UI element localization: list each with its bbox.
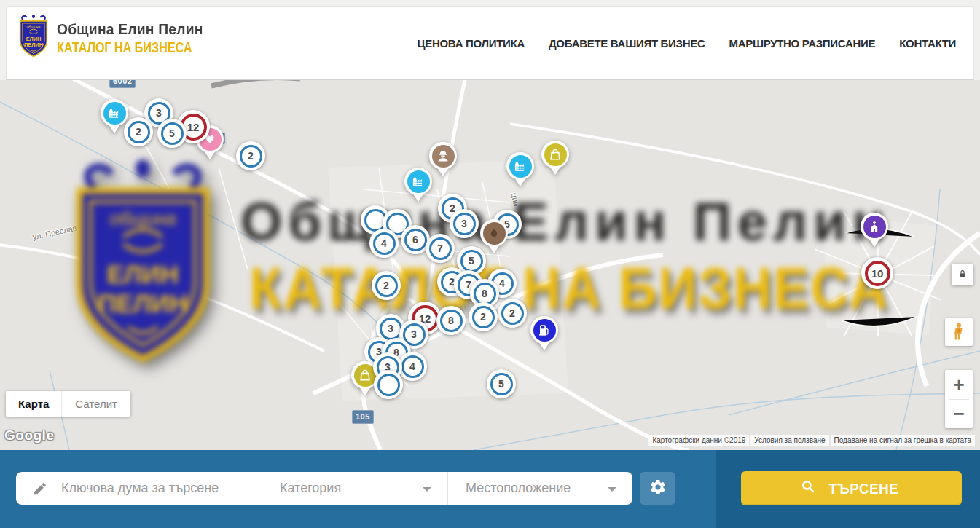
header: община ЕЛИН ПЕЛИН Община Елин Пелин КАТА…	[0, 0, 980, 80]
svg-text:ПЕЛИН: ПЕЛИН	[24, 42, 43, 48]
road-number-badge: 6002	[109, 80, 136, 88]
zoom-in-button[interactable]: +	[945, 370, 973, 399]
report-map-error-link[interactable]: Подаване на сигнал за грешка в картата	[831, 435, 975, 446]
cluster-marker[interactable]: 2	[236, 141, 265, 170]
cluster-marker[interactable]	[374, 370, 403, 399]
search-button[interactable]: ТЪРСЕНЕ	[741, 471, 962, 505]
cluster-marker[interactable]: 2	[124, 117, 153, 146]
header-card: община ЕЛИН ПЕЛИН Община Елин Пелин КАТА…	[6, 6, 974, 80]
gear-icon	[649, 478, 667, 498]
map-type-control: Карта Сателит	[6, 391, 130, 417]
search-bar: ТЪРСЕНЕ Категория Местоположение	[0, 450, 980, 528]
worker-pin[interactable]	[429, 142, 457, 176]
cluster-marker[interactable]: 2	[372, 271, 401, 300]
cluster-marker[interactable]: 3	[450, 209, 479, 238]
cluster-marker[interactable]: 5	[487, 369, 516, 398]
cluster-marker[interactable]: 2	[498, 299, 527, 328]
category-dropdown[interactable]: Категория	[262, 472, 448, 505]
bag-pin[interactable]	[541, 141, 569, 175]
pencil-icon	[32, 481, 48, 497]
svg-text:ЕЛИН: ЕЛИН	[26, 36, 42, 42]
page: община ЕЛИН ПЕЛИН Община Елин Пелин КАТА…	[0, 0, 980, 528]
search-button-panel: ТЪРСЕНЕ	[716, 450, 980, 528]
nav-add-your-business[interactable]: ДОБАВЕТЕ ВАШИЯТ БИЗНЕС	[549, 37, 705, 50]
chevron-down-icon	[608, 487, 616, 492]
nav-pricing-policy[interactable]: ЦЕНОВА ПОЛИТИКА	[418, 37, 525, 50]
cluster-marker[interactable]: 2	[469, 302, 498, 331]
search-fields: Категория Местоположение	[16, 472, 632, 505]
keyword-input[interactable]	[61, 481, 243, 496]
cluster-marker[interactable]: 5	[157, 119, 187, 148]
road-number-badge: 105	[352, 410, 374, 424]
cluster-marker[interactable]: 7	[426, 234, 455, 263]
church-pin[interactable]	[861, 213, 888, 247]
cluster-marker[interactable]: 10	[861, 257, 893, 289]
brand[interactable]: община ЕЛИН ПЕЛИН Община Елин Пелин КАТА…	[17, 14, 222, 62]
chevron-down-icon	[423, 487, 431, 492]
street-view-pegman-button[interactable]	[945, 318, 973, 346]
factory-pin[interactable]	[404, 168, 432, 202]
category-placeholder: Категория	[280, 481, 341, 496]
keyword-field[interactable]	[16, 472, 262, 505]
search-button-label: ТЪРСЕНЕ	[829, 480, 899, 497]
nav-contacts[interactable]: КОНТАКТИ	[899, 37, 956, 50]
flame-pin[interactable]	[480, 219, 508, 253]
terms-of-use-link[interactable]: Условия за ползване	[750, 435, 828, 446]
padlock-icon	[957, 268, 968, 282]
svg-text:община: община	[26, 25, 40, 29]
cluster-marker[interactable]: 4	[398, 352, 427, 381]
main-nav: ЦЕНОВА ПОЛИТИКА ДОБАВЕТЕ ВАШИЯТ БИЗНЕС М…	[418, 7, 956, 79]
attribution-copyright: Картографски данни ©2019	[648, 435, 749, 446]
factory-pin[interactable]	[506, 152, 534, 186]
pegman-icon	[951, 322, 967, 343]
site-title: Община Елин Пелин	[57, 20, 208, 38]
lock-button[interactable]	[952, 264, 973, 285]
advanced-settings-button[interactable]	[640, 472, 675, 505]
zoom-control: + −	[945, 370, 973, 428]
site-subtitle: КАТАЛОГ НА БИЗНЕСА	[57, 39, 192, 56]
cluster-marker[interactable]: 4	[369, 229, 399, 258]
cluster-marker[interactable]: 8	[436, 306, 466, 335]
location-dropdown[interactable]: Местоположение	[448, 472, 632, 505]
zoom-out-button[interactable]: −	[945, 400, 973, 429]
map-type-map-button[interactable]: Карта	[6, 398, 61, 410]
nav-route-schedule[interactable]: МАРШРУТНО РАЗПИСАНИЕ	[729, 37, 875, 50]
map-type-satellite-button[interactable]: Сателит	[61, 391, 130, 417]
map-canvas[interactable]: 32512223546752274812822333834510 община …	[0, 80, 980, 450]
fuel-pin[interactable]	[530, 316, 558, 350]
google-logo[interactable]: Google	[4, 427, 54, 444]
municipality-crest-logo: община ЕЛИН ПЕЛИН	[17, 14, 50, 62]
map-attribution: Картографски данни ©2019 Условия за полз…	[648, 435, 975, 446]
location-placeholder: Местоположение	[466, 481, 571, 496]
search-icon	[800, 478, 816, 498]
